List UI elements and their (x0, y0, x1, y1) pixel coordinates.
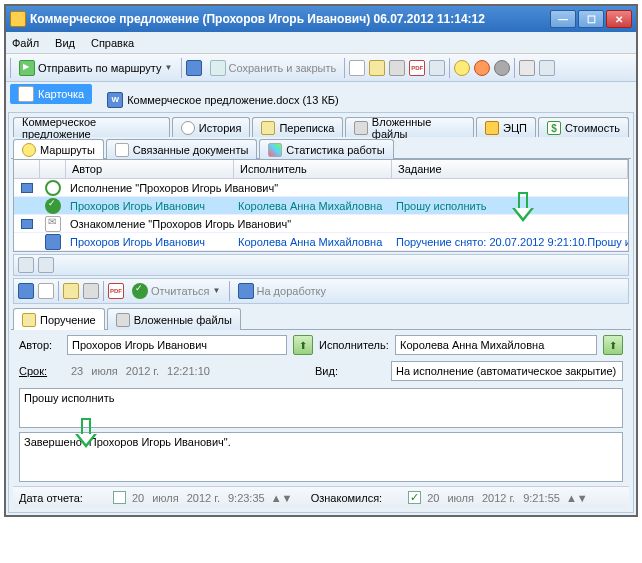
app-icon (10, 11, 26, 27)
seen-label: Ознакомился: (311, 492, 382, 504)
executor-field[interactable]: Королева Анна Михайловна (395, 335, 597, 355)
due-label: Срок: (19, 365, 61, 377)
routes-grid: Автор Исполнитель Задание Исполнение "Пр… (13, 159, 629, 252)
tab-history[interactable]: История (172, 117, 251, 137)
refresh-icon (210, 60, 226, 76)
app-window: Коммерческое предложение (Прохоров Игорь… (4, 4, 638, 517)
tab-offer[interactable]: Коммерческое предложение (13, 117, 170, 137)
doc-icon[interactable] (349, 60, 365, 76)
tab-mail[interactable]: Переписка (252, 117, 343, 137)
page-icon[interactable] (429, 60, 445, 76)
grid-row[interactable]: Прохоров Игорь Иванович Королева Анна Ми… (14, 233, 628, 251)
tab-attachments[interactable]: Вложенные файлы (345, 117, 473, 137)
doc-icon[interactable] (38, 283, 54, 299)
grid-group-row[interactable]: Ознакомление "Прохоров Игорь Иванович" (14, 215, 628, 233)
tab-linked[interactable]: Связанные документы (106, 139, 258, 159)
col-author[interactable]: Автор (66, 160, 234, 178)
home-icon[interactable] (519, 60, 535, 76)
envelope-icon[interactable] (369, 60, 385, 76)
author-field[interactable]: Прохоров Игорь Иванович (67, 335, 287, 355)
grid-group-row[interactable]: Исполнение "Прохоров Игорь Иванович" (14, 179, 628, 197)
orange-circle-icon[interactable] (474, 60, 490, 76)
clip-icon (354, 121, 367, 135)
tab-stats[interactable]: Статистика работы (259, 139, 393, 159)
tab-document-file[interactable]: W Коммерческое предложение.docx (13 КБ) (99, 90, 347, 110)
tab-attachments[interactable]: Вложенные файлы (107, 308, 241, 330)
close-button[interactable]: ✕ (606, 10, 632, 28)
title-bar: Коммерческое предложение (Прохоров Игорь… (6, 6, 636, 32)
word-icon: W (107, 92, 123, 108)
maximize-button[interactable]: ☐ (578, 10, 604, 28)
grid-header: Автор Исполнитель Задание (14, 160, 628, 179)
rework-icon (238, 283, 254, 299)
form-footer: Дата отчета: 20июля2012 г.9:23:35 ▲▼ Озн… (13, 486, 629, 508)
card-icon (18, 86, 34, 102)
save-close-button[interactable]: Сохранить и закрыть (206, 57, 341, 79)
pdf-icon[interactable]: PDF (409, 60, 425, 76)
seen-checkbox[interactable]: ✓ (408, 491, 421, 504)
detail-toolbar: PDF Отчитаться ▼ На доработку (13, 278, 629, 304)
author-label: Автор: (19, 339, 61, 351)
kind-label: Вид: (315, 365, 385, 377)
grey-circle-icon[interactable] (494, 60, 510, 76)
main-tabs-row2: Маршруты Связанные документы Статистика … (11, 137, 631, 159)
status-ring-icon (45, 180, 61, 196)
executor-label: Исполнитель: (319, 339, 389, 351)
reply-icon (45, 234, 61, 250)
linked-icon (115, 143, 129, 157)
minimize-button[interactable]: — (550, 10, 576, 28)
send-route-button[interactable]: Отправить по маршруту ▼ (15, 57, 177, 79)
detail-tabs: Поручение Вложенные файлы (11, 306, 631, 330)
tab-cost[interactable]: $Стоимость (538, 117, 629, 137)
mail-icon (261, 121, 275, 135)
order-form: Автор: Прохоров Игорь Иванович ⬆ Исполни… (13, 332, 629, 508)
attachment-icon[interactable] (389, 60, 405, 76)
lock-icon (485, 121, 499, 135)
tab-order[interactable]: Поручение (13, 308, 105, 330)
check-circle-icon (45, 198, 61, 214)
task-body-field[interactable]: Прошу исполнить (19, 388, 623, 428)
clip-icon[interactable] (83, 283, 99, 299)
rework-button[interactable]: На доработку (234, 280, 331, 302)
history-icon (181, 121, 195, 135)
report-date-label: Дата отчета: (19, 492, 83, 504)
grid-row[interactable]: Прохоров Игорь Иванович Королева Анна Ми… (14, 197, 628, 215)
result-body-field[interactable]: Завершено "Прохоров Игорь Иванович". (19, 432, 623, 482)
chevron-down-icon: ▼ (165, 60, 173, 76)
envelope-icon[interactable] (63, 283, 79, 299)
menu-help[interactable]: Справка (91, 37, 134, 49)
pager-icon[interactable] (18, 257, 34, 273)
group-bar-icon (21, 219, 33, 229)
send-icon (19, 60, 35, 76)
main-tabs-row1: Коммерческое предложение История Перепис… (11, 115, 631, 137)
routes-icon (22, 143, 36, 157)
report-button[interactable]: Отчитаться ▼ (128, 280, 225, 302)
file-tab-bar: Карточка W Коммерческое предложение.docx… (6, 82, 636, 112)
window-title: Коммерческое предложение (Прохоров Игорь… (30, 12, 550, 26)
report-date-value: 20июля2012 г.9:23:35 (132, 492, 265, 504)
col-task[interactable]: Задание (392, 160, 628, 178)
seen-date-value: 20июля2012 г.9:21:55 (427, 492, 560, 504)
menu-file[interactable]: Файл (12, 37, 39, 49)
pager-icon[interactable] (38, 257, 54, 273)
save-icon[interactable] (18, 283, 34, 299)
tab-card[interactable]: Карточка (10, 84, 92, 104)
main-toolbar: Отправить по маршруту ▼ Сохранить и закр… (6, 54, 636, 82)
list-icon[interactable] (539, 60, 555, 76)
pdf-icon[interactable]: PDF (108, 283, 124, 299)
mail-status-icon (45, 216, 61, 232)
menu-view[interactable]: Вид (55, 37, 75, 49)
report-date-checkbox[interactable] (113, 491, 126, 504)
save-icon[interactable] (186, 60, 202, 76)
tab-routes[interactable]: Маршруты (13, 139, 104, 159)
order-icon (22, 313, 36, 327)
clip-icon (116, 313, 130, 327)
kind-field[interactable]: На исполнение (автоматическое закрытие) (391, 361, 623, 381)
yellow-circle-icon[interactable] (454, 60, 470, 76)
executor-lookup-button[interactable]: ⬆ (603, 335, 623, 355)
due-date-field[interactable]: 23 июля 2012 г. 12:21:10 (67, 361, 309, 381)
tab-ecp[interactable]: ЭЦП (476, 117, 536, 137)
col-executor[interactable]: Исполнитель (234, 160, 392, 178)
author-lookup-button[interactable]: ⬆ (293, 335, 313, 355)
chevron-down-icon: ▼ (213, 283, 221, 299)
